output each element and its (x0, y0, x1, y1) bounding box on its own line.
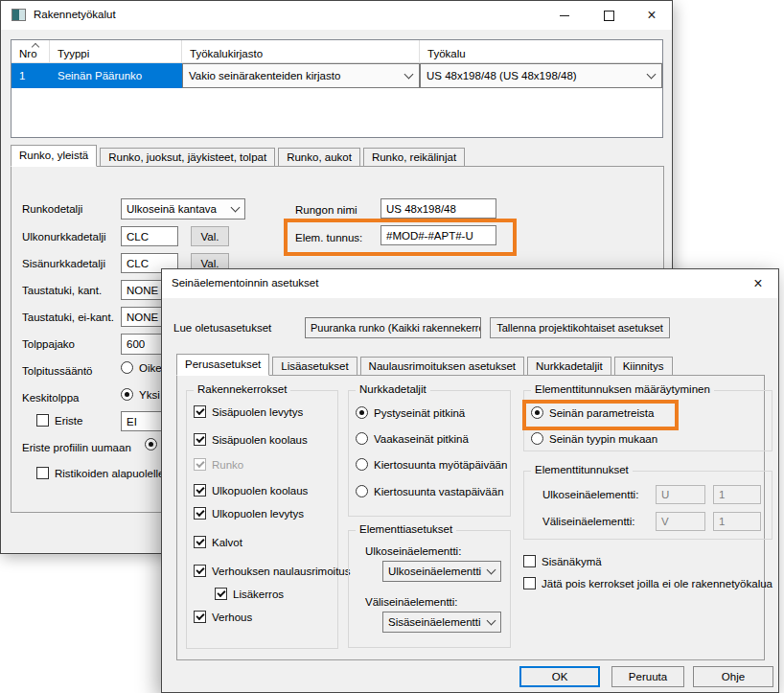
oletusasetukset-dropdown[interactable]: Puuranka runko (Kaikki rakennekerrokset) (305, 317, 481, 338)
tab-runko-reikalinjat[interactable]: Runko, reikälinjat (363, 148, 465, 167)
ulkonurkkadetalji-val-button[interactable]: Val. (191, 226, 229, 246)
checkbox-verhous[interactable]: Verhous (194, 611, 252, 623)
tab-perusasetukset[interactable]: Perusasetukset (176, 354, 269, 376)
checkbox-icon (194, 565, 206, 577)
radio-vaakaseinat-pitkina[interactable]: Vaakaseinät pitkinä (356, 432, 469, 445)
maximize-button[interactable] (588, 1, 630, 30)
radio-icon (145, 438, 157, 450)
radio-icon (531, 432, 543, 445)
ulkoseinaelementti-value: Ulkoseinäelementti (388, 566, 481, 577)
tolpitussaanto-label: Tolpitussääntö (22, 364, 93, 378)
tools-table-header: Nro Tyyppi Työkalukirjasto Työkalu (12, 40, 662, 63)
ok-button[interactable]: OK (519, 666, 600, 687)
radio-icon (121, 388, 133, 401)
radio-kiertosuunta-vastapaivaan[interactable]: Kiertosuunta vastapäivään (356, 485, 504, 497)
group-title: Elementtitunnuksen määräytyminen (531, 383, 714, 395)
radio-seinan-tyypin-mukaan[interactable]: Seinän tyypin mukaan (531, 432, 657, 445)
ulkoseinaelementti-dropdown[interactable]: Ulkoseinäelementti (382, 561, 501, 582)
tunnus-ulkoseina-prefix-field: U (656, 485, 705, 504)
runkodetalji-dropdown[interactable]: Ulkoseinä kantava (121, 198, 245, 219)
checkbox-verhouksen-naulausrimoitus[interactable]: Verhouksen naulausrimoitus (194, 565, 350, 577)
checkbox-kalvot[interactable]: Kalvot (194, 536, 242, 548)
help-button[interactable]: Ohje (693, 666, 773, 687)
ristikoiden-alapuolelle-checkbox[interactable]: Ristikoiden alapuolelle (36, 467, 164, 479)
app-icon (12, 9, 26, 21)
tyokalu-value: US 48x198/48 (US 48x198/48) (427, 70, 577, 81)
tab-nurkkadetaljit[interactable]: Nurkkadetaljit (527, 357, 611, 376)
group-title: Elementtitunnukset (531, 464, 633, 475)
radio-icon (121, 361, 133, 374)
minimize-button[interactable] (543, 1, 586, 30)
tyokalukirjasto-dropdown[interactable]: Vakio seinärakenteiden kirjasto (182, 63, 420, 88)
table-row[interactable]: 1 Seinän Päärunko Vakio seinärakenteiden… (12, 63, 662, 88)
radio-icon (356, 458, 368, 471)
elem-tunnus-field[interactable]: #MOD#-#APT#-U (380, 225, 496, 245)
cancel-button[interactable]: Peruuta (611, 666, 684, 687)
checkbox-label: Sisänäkymä (542, 556, 602, 567)
front-close-button[interactable]: × (738, 269, 778, 298)
checkbox-icon (194, 405, 206, 418)
cell-nro[interactable]: 1 (12, 63, 50, 88)
checkbox-icon (194, 433, 206, 446)
checkbox-ulkopuolen-koolaus[interactable]: Ulkopuolen koolaus (194, 484, 308, 497)
tallenna-button[interactable]: Tallenna projektikohtaiset asetukset (490, 317, 670, 338)
radio-seinan-parametreista[interactable]: Seinän parametreista (531, 406, 654, 419)
tunnus-valiseinaelementti-label: Väliseinäelementti: (542, 515, 635, 528)
checkbox-icon (523, 577, 536, 589)
radio-label: Seinän parametreista (549, 407, 654, 419)
checkbox-label: Sisäpuolen levytys (212, 406, 303, 418)
tab-runko-aukot[interactable]: Runko, aukot (278, 148, 360, 167)
taustatuki-kant-label: Taustatuki, kant. (22, 284, 102, 297)
keskitolppa-option-label: Yksi (139, 389, 160, 401)
column-header-tyokalukirjasto[interactable]: Työkalukirjasto (182, 40, 420, 62)
checkbox-jata-pois-kerrokset[interactable]: Jätä pois kerrokset joilla ei ole rakenn… (523, 577, 772, 589)
back-titlebar[interactable]: Rakennetyökalut × (1, 1, 672, 30)
radio-icon (531, 406, 543, 419)
tab-naulausrimoituksen-asetukset[interactable]: Naulausrimoituksen asetukset (360, 357, 524, 376)
radio-label: Seinän tyypin mukaan (549, 433, 657, 445)
radio-icon (356, 406, 368, 419)
tab-runko-yleista[interactable]: Runko, yleistä (11, 145, 97, 167)
checkbox-sisapuolen-koolaus[interactable]: Sisäpuolen koolaus (194, 433, 308, 446)
radio-kiertosuunta-myotapaivaan[interactable]: Kiertosuunta myötäpäivään (356, 458, 507, 471)
eriste-checkbox[interactable]: Eriste (36, 414, 82, 427)
tab-lisaasetukset[interactable]: Lisäasetukset (272, 357, 357, 376)
close-button[interactable]: × (631, 1, 673, 30)
keskitolppa-radio[interactable]: Yksi (121, 388, 160, 401)
cell-tyokalu: US 48x198/48 (US 48x198/48) (420, 63, 662, 88)
cell-tyokalukirjasto: Vakio seinärakenteiden kirjasto (182, 63, 420, 88)
column-header-tyokalu[interactable]: Työkalu (420, 40, 662, 62)
front-titlebar[interactable]: Seinäelementoinnin asetukset × (162, 269, 778, 298)
radio-label: Kiertosuunta vastapäivään (374, 486, 504, 497)
eriste-profiilin-uumaan-radio[interactable] (145, 438, 157, 450)
checkbox-label: Verhouksen naulausrimoitus (212, 566, 350, 577)
cell-tyyppi[interactable]: Seinän Päärunko (50, 63, 182, 88)
group-title: Elementtiasetukset (356, 523, 456, 535)
checkbox-ulkopuolen-levytys[interactable]: Ulkopuolen levytys (194, 507, 304, 520)
column-header-tyyppi[interactable]: Tyyppi (50, 40, 182, 62)
checkbox-label: Lisäkerros (233, 589, 284, 600)
checkbox-icon (194, 484, 206, 497)
checkbox-icon (194, 458, 206, 471)
keskitolppa-label: Keskitolppa (22, 391, 79, 404)
ulkoseinaelementti-label: Ulkoseinäelementti: (365, 544, 461, 558)
radio-label: Kiertosuunta myötäpäivään (374, 459, 507, 471)
radio-icon (356, 485, 368, 497)
tab-kiinnitys[interactable]: Kiinnitys (614, 357, 673, 376)
ulkonurkkadetalji-label: Ulkonurkkadetalji (22, 230, 106, 243)
valiseinaelementti-dropdown[interactable]: Sisäseinäelementti (382, 612, 501, 633)
checkbox-sisanakyma[interactable]: Sisänäkymä (523, 555, 602, 567)
column-header-nro[interactable]: Nro (12, 40, 50, 62)
tyokalu-dropdown[interactable]: US 48x198/48 (US 48x198/48) (420, 63, 662, 88)
checkbox-sisapuolen-levytys[interactable]: Sisäpuolen levytys (194, 405, 303, 418)
rungon-nimi-label: Rungon nimi (295, 203, 357, 217)
checkbox-label: Ulkopuolen koolaus (212, 485, 308, 497)
ulkonurkkadetalji-field[interactable]: CLC (121, 226, 178, 246)
rungon-nimi-field[interactable]: US 48x198/48 (380, 198, 496, 219)
radio-label: Vaakaseinät pitkinä (374, 433, 469, 445)
tolppajako-value: 600 (127, 338, 145, 350)
group-title: Nurkkadetaljit (356, 383, 430, 395)
radio-pystyseinat-pitkina[interactable]: Pystyseinät pitkinä (356, 406, 465, 419)
tab-runko-juoksut[interactable]: Runko, juoksut, jäykisteet, tolpat (100, 148, 275, 167)
checkbox-lisakerros[interactable]: Lisäkerros (215, 588, 284, 600)
